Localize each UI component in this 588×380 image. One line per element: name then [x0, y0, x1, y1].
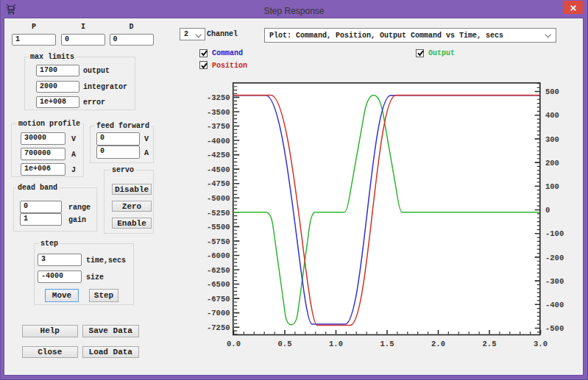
svg-text:-100: -100 — [545, 229, 564, 238]
svg-text:1.5: 1.5 — [380, 340, 394, 348]
svg-text:-5500: -5500 — [207, 223, 230, 232]
svg-text:-300: -300 — [545, 277, 564, 286]
svg-text:-4500: -4500 — [207, 165, 230, 174]
svg-text:0: 0 — [545, 206, 550, 215]
svg-text:-4750: -4750 — [207, 179, 230, 188]
svg-text:2.5: 2.5 — [483, 340, 497, 348]
svg-text:-4000: -4000 — [207, 137, 230, 146]
svg-text:-6750: -6750 — [207, 295, 230, 304]
svg-text:0.5: 0.5 — [278, 340, 292, 348]
svg-text:-3750: -3750 — [207, 122, 230, 131]
svg-text:-400: -400 — [545, 301, 564, 309]
svg-text:-500: -500 — [545, 324, 564, 333]
svg-text:100: 100 — [545, 182, 559, 191]
svg-text:-7250: -7250 — [207, 323, 230, 332]
svg-text:2.0: 2.0 — [431, 340, 445, 348]
svg-text:500: 500 — [545, 87, 559, 96]
svg-text:0.0: 0.0 — [227, 340, 241, 348]
svg-text:-4250: -4250 — [207, 151, 230, 159]
svg-text:1.0: 1.0 — [329, 340, 343, 348]
svg-text:-6250: -6250 — [207, 266, 230, 275]
svg-text:-7000: -7000 — [207, 309, 230, 318]
svg-text:-5250: -5250 — [207, 209, 230, 218]
svg-text:-6500: -6500 — [207, 280, 230, 289]
svg-text:3.0: 3.0 — [534, 340, 548, 348]
svg-text:-200: -200 — [545, 254, 564, 262]
svg-text:-5000: -5000 — [207, 194, 230, 203]
svg-text:400: 400 — [545, 111, 559, 120]
svg-text:-3250: -3250 — [207, 93, 230, 102]
svg-text:-6000: -6000 — [207, 251, 230, 260]
svg-text:300: 300 — [545, 135, 559, 144]
svg-text:-5750: -5750 — [207, 237, 230, 246]
svg-text:200: 200 — [545, 159, 559, 168]
svg-text:-3500: -3500 — [207, 108, 230, 117]
